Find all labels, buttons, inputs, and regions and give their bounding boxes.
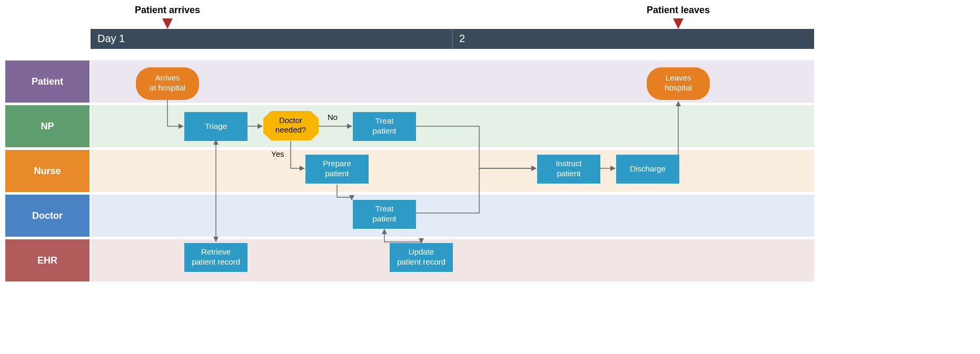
node-doctor-needed: Doctor needed? bbox=[263, 111, 319, 140]
node-update-l1: Update bbox=[409, 247, 434, 256]
lane-np-label: NP bbox=[41, 121, 54, 132]
node-discharge: Discharge bbox=[616, 155, 679, 184]
milestone-arrive: Patient arrives bbox=[135, 5, 200, 29]
lane-doctor-label: Doctor bbox=[32, 210, 63, 221]
lane-ehr-header: EHR bbox=[5, 239, 90, 281]
lane-patient-header: Patient bbox=[5, 60, 90, 103]
node-arrives-l1: Arrives bbox=[155, 73, 180, 82]
node-leaves-l1: Leaves bbox=[666, 73, 691, 82]
edge-no: No bbox=[328, 113, 338, 122]
edge-yes: Yes bbox=[271, 149, 284, 158]
svg-marker-12 bbox=[162, 18, 173, 29]
node-prepare-l2: patient bbox=[325, 169, 349, 178]
node-instruct-l1: Instruct bbox=[556, 159, 582, 168]
node-prepare: Prepare patient bbox=[305, 155, 369, 184]
node-treat-np: Treat patient bbox=[353, 112, 416, 141]
node-decision-l2: needed? bbox=[275, 125, 306, 134]
milestone-arrive-label: Patient arrives bbox=[135, 5, 200, 15]
node-instruct: Instruct patient bbox=[537, 155, 600, 184]
timeline-day2: 2 bbox=[459, 33, 465, 44]
node-arrives-l2: at hospital bbox=[150, 83, 185, 92]
swimlane-diagram: Patient NP Nurse Doctor EHR Day 1 2 Pati… bbox=[0, 0, 980, 354]
lane-nurse-header: Nurse bbox=[5, 150, 90, 192]
lane-ehr-label: EHR bbox=[37, 255, 57, 266]
timeline-bar: Day 1 2 bbox=[91, 29, 814, 49]
node-treat-np-l2: patient bbox=[372, 126, 397, 135]
node-update: Update patient record bbox=[390, 243, 453, 272]
node-triage-label: Triage bbox=[205, 122, 227, 130]
lane-doctor-header: Doctor bbox=[5, 195, 90, 237]
lane-nurse-bg bbox=[91, 150, 814, 192]
svg-rect-3 bbox=[91, 195, 814, 237]
timeline-day1: Day 1 bbox=[97, 33, 125, 44]
node-leaves: Leaves hospital bbox=[647, 67, 710, 100]
node-retrieve-l2: patient record bbox=[192, 257, 240, 266]
node-treat-dr-l1: Treat bbox=[375, 204, 394, 213]
node-prepare-l1: Prepare bbox=[323, 159, 351, 168]
node-triage: Triage bbox=[184, 112, 248, 141]
node-retrieve-l1: Retrieve bbox=[201, 247, 231, 256]
milestone-leave: Patient leaves bbox=[647, 5, 710, 29]
lane-nurse-label: Nurse bbox=[34, 166, 61, 176]
milestone-leave-label: Patient leaves bbox=[647, 5, 710, 15]
node-treat-np-l1: Treat bbox=[375, 116, 394, 125]
lane-patient-label: Patient bbox=[32, 76, 63, 87]
node-arrives: Arrives at hospital bbox=[136, 67, 199, 100]
lane-doctor-bg bbox=[91, 195, 814, 237]
lane-np-header: NP bbox=[5, 105, 90, 147]
node-retrieve: Retrieve patient record bbox=[184, 243, 248, 272]
node-discharge-label: Discharge bbox=[630, 164, 666, 173]
node-update-l2: patient record bbox=[397, 257, 446, 266]
node-treat-doctor: Treat patient bbox=[353, 200, 416, 229]
node-treat-dr-l2: patient bbox=[372, 214, 397, 223]
node-leaves-l2: hospital bbox=[665, 83, 692, 92]
node-instruct-l2: patient bbox=[557, 169, 581, 178]
svg-marker-13 bbox=[673, 18, 684, 29]
node-decision-l1: Doctor bbox=[279, 116, 302, 125]
svg-rect-2 bbox=[91, 150, 814, 192]
